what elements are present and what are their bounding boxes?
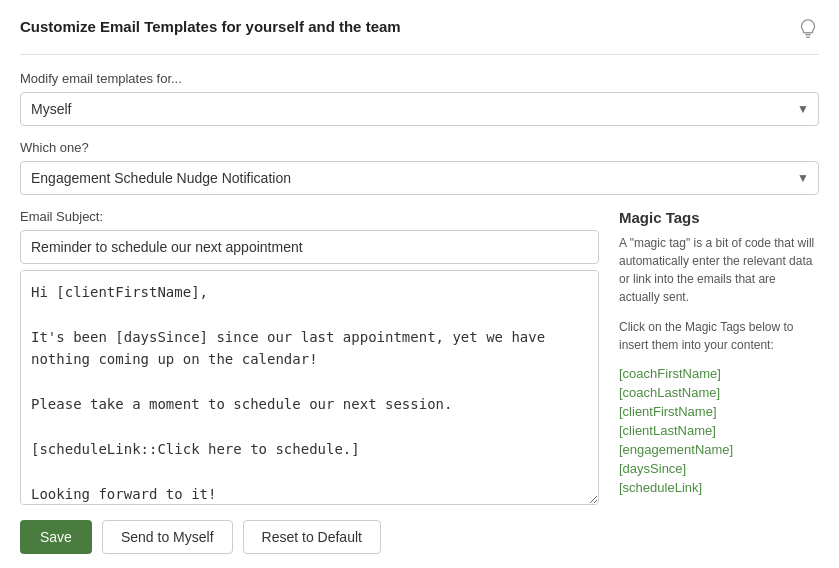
magic-tag-coach-first-name[interactable]: [coachFirstName] [619, 366, 819, 381]
magic-tag-client-last-name[interactable]: [clientLastName] [619, 423, 819, 438]
magic-tags-title: Magic Tags [619, 209, 819, 226]
magic-tags-section: Magic Tags A "magic tag" is a bit of cod… [619, 209, 819, 508]
magic-tag-engagement-name[interactable]: [engagementName] [619, 442, 819, 457]
footer-buttons: Save Send to Myself Reset to Default [20, 520, 819, 554]
bulb-icon [797, 18, 819, 40]
which-one-select[interactable]: Engagement Schedule Nudge Notification W… [20, 161, 819, 195]
email-subject-label: Email Subject: [20, 209, 599, 224]
page-container: Customize Email Templates for yourself a… [0, 0, 839, 568]
send-to-myself-button[interactable]: Send to Myself [102, 520, 233, 554]
save-button[interactable]: Save [20, 520, 92, 554]
magic-tags-description-2: Click on the Magic Tags below to insert … [619, 318, 819, 354]
which-one-select-wrapper: Engagement Schedule Nudge Notification W… [20, 161, 819, 195]
reset-to-default-button[interactable]: Reset to Default [243, 520, 381, 554]
email-subject-input[interactable] [20, 230, 599, 264]
magic-tag-days-since[interactable]: [daysSince] [619, 461, 819, 476]
modify-select-wrapper: Myself The Team ▼ [20, 92, 819, 126]
magic-tags-description-1: A "magic tag" is a bit of code that will… [619, 234, 819, 306]
main-content: Email Subject: Hi [clientFirstName], It'… [20, 209, 819, 508]
page-title: Customize Email Templates for yourself a… [20, 18, 401, 35]
magic-tag-schedule-link[interactable]: [scheduleLink] [619, 480, 819, 495]
which-one-label: Which one? [20, 140, 819, 155]
modify-field-group: Modify email templates for... Myself The… [20, 71, 819, 126]
modify-select[interactable]: Myself The Team [20, 92, 819, 126]
modify-label: Modify email templates for... [20, 71, 819, 86]
email-body-textarea[interactable]: Hi [clientFirstName], It's been [daysSin… [20, 270, 599, 505]
which-one-field-group: Which one? Engagement Schedule Nudge Not… [20, 140, 819, 195]
magic-tag-client-first-name[interactable]: [clientFirstName] [619, 404, 819, 419]
page-header: Customize Email Templates for yourself a… [20, 18, 819, 55]
magic-tag-coach-last-name[interactable]: [coachLastName] [619, 385, 819, 400]
email-section: Email Subject: Hi [clientFirstName], It'… [20, 209, 599, 508]
